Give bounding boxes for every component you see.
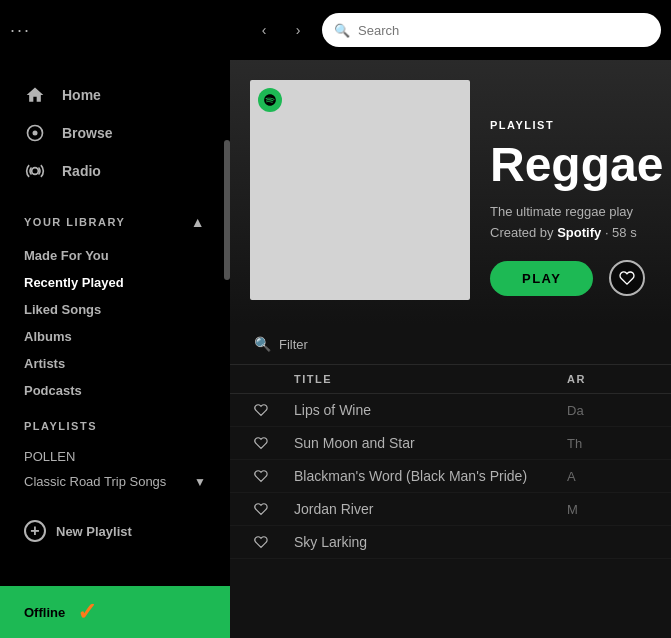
playlist-chevron: ▼ xyxy=(194,475,206,489)
svg-point-1 xyxy=(33,131,38,136)
playlist-meta: Created by Spotify · 58 s xyxy=(490,225,663,240)
track-row[interactable]: Sun Moon and Star Th xyxy=(230,427,671,460)
playlist-song-count: 58 s xyxy=(612,225,637,240)
browse-icon xyxy=(24,122,46,144)
like-button-2[interactable] xyxy=(254,436,294,450)
radio-label: Radio xyxy=(62,163,101,179)
track-artist-4: M xyxy=(567,502,647,517)
playlist-pollen[interactable]: POLLEN xyxy=(24,444,206,469)
sidebar-item-albums[interactable]: Albums xyxy=(24,323,206,350)
playlist-cover xyxy=(250,80,470,300)
track-row[interactable]: Blackman's Word (Black Man's Pride) A xyxy=(230,460,671,493)
forward-button[interactable]: › xyxy=(284,16,312,44)
new-playlist-button[interactable]: + New Playlist xyxy=(0,510,230,552)
new-playlist-label: New Playlist xyxy=(56,524,132,539)
hero-actions: PLAY xyxy=(490,260,663,296)
playlists-title: PLAYLISTS xyxy=(24,420,206,432)
collapse-icon[interactable]: ▲ xyxy=(191,214,206,230)
sidebar-item-made-for-you[interactable]: Made For You xyxy=(24,242,206,269)
sidebar: Home Browse xyxy=(0,60,230,638)
artist-column-header: AR xyxy=(567,373,647,385)
like-button-5[interactable] xyxy=(254,535,294,549)
like-button-3[interactable] xyxy=(254,469,294,483)
sidebar-item-podcasts[interactable]: Podcasts xyxy=(24,377,206,404)
track-title-1: Lips of Wine xyxy=(294,402,567,418)
back-button[interactable]: ‹ xyxy=(250,16,278,44)
library-section: YOUR LIBRARY ▲ Made For You Recently Pla… xyxy=(0,198,230,412)
track-title-3: Blackman's Word (Black Man's Pride) xyxy=(294,468,567,484)
top-bar: ··· ‹ › 🔍 xyxy=(0,0,671,60)
playlist-description: The ultimate reggae play xyxy=(490,204,663,219)
playlist-name: Reggae xyxy=(490,139,663,192)
scrollbar-track xyxy=(222,60,230,638)
filter-search-icon: 🔍 xyxy=(254,336,271,352)
sidebar-item-recently-played[interactable]: Recently Played xyxy=(24,269,206,296)
playlist-classic-road-trip[interactable]: Classic Road Trip Songs xyxy=(24,469,166,494)
play-button[interactable]: PLAY xyxy=(490,261,593,296)
playlist-type-label: PLAYLIST xyxy=(490,119,663,131)
sidebar-item-browse[interactable]: Browse xyxy=(0,114,230,152)
filter-bar: 🔍 Filter xyxy=(230,324,671,365)
sidebar-item-radio[interactable]: Radio xyxy=(0,152,230,190)
home-label: Home xyxy=(62,87,101,103)
track-artist-1: Da xyxy=(567,403,647,418)
checkmark-icon: ✓ xyxy=(77,598,97,626)
main-nav: Home Browse xyxy=(0,60,230,198)
sidebar-item-artists[interactable]: Artists xyxy=(24,350,206,377)
spotify-logo xyxy=(258,88,282,112)
track-title-5: Sky Larking xyxy=(294,534,567,550)
library-title: YOUR LIBRARY ▲ xyxy=(24,214,206,230)
sidebar-item-liked-songs[interactable]: Liked Songs xyxy=(24,296,206,323)
playlist-hero: PLAYLIST Reggae The ultimate reggae play… xyxy=(230,60,671,324)
playlist-info: PLAYLIST Reggae The ultimate reggae play… xyxy=(490,119,663,300)
playlist-creator: Spotify xyxy=(557,225,601,240)
track-row[interactable]: Lips of Wine Da xyxy=(230,394,671,427)
sidebar-item-home[interactable]: Home xyxy=(0,76,230,114)
offline-label: Offline xyxy=(24,605,65,620)
plus-circle-icon: + xyxy=(24,520,46,542)
browse-label: Browse xyxy=(62,125,113,141)
search-input[interactable] xyxy=(358,23,649,38)
window-dots: ··· xyxy=(10,20,240,41)
title-column-header: TITLE xyxy=(294,373,567,385)
like-button-4[interactable] xyxy=(254,502,294,516)
track-artist-3: A xyxy=(567,469,647,484)
track-title-4: Jordan River xyxy=(294,501,567,517)
track-row[interactable]: Jordan River M xyxy=(230,493,671,526)
main-layout: Home Browse xyxy=(0,60,671,638)
offline-banner: Offline ✓ xyxy=(0,586,230,638)
track-list-header: TITLE AR xyxy=(230,365,671,394)
filter-label: Filter xyxy=(279,337,308,352)
playlists-section: PLAYLISTS POLLEN Classic Road Trip Songs… xyxy=(0,412,230,502)
search-icon: 🔍 xyxy=(334,23,350,38)
radio-icon xyxy=(24,160,46,182)
save-button[interactable] xyxy=(609,260,645,296)
home-icon xyxy=(24,84,46,106)
scrollbar-thumb xyxy=(224,140,230,280)
svg-point-2 xyxy=(32,168,39,175)
nav-arrows: ‹ › xyxy=(250,16,312,44)
track-row[interactable]: Sky Larking xyxy=(230,526,671,559)
content-area: PLAYLIST Reggae The ultimate reggae play… xyxy=(230,60,671,638)
like-button-1[interactable] xyxy=(254,403,294,417)
track-artist-2: Th xyxy=(567,436,647,451)
search-bar[interactable]: 🔍 xyxy=(322,13,661,47)
track-title-2: Sun Moon and Star xyxy=(294,435,567,451)
